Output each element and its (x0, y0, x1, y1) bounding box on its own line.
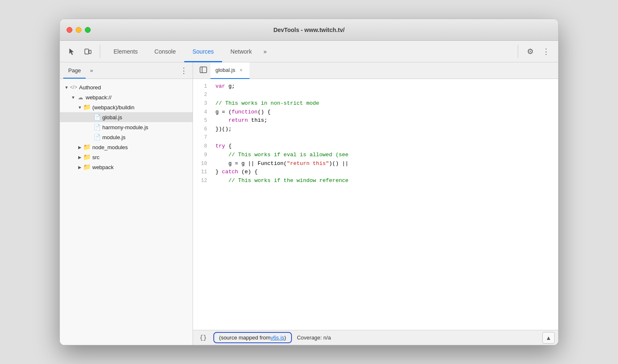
file-icon: 📄 (93, 113, 101, 121)
toolbar-separator (100, 45, 100, 58)
tree-item-global-js[interactable]: ▶ 📄 global.js (60, 112, 193, 122)
tree-arrow: ▶ (77, 164, 83, 170)
code-line-9: 9 // This works if eval is allowed (see (193, 151, 558, 160)
code-text: return this; (214, 116, 267, 125)
sidebar: Page » ⋮ ▼ </> Authored ▼ ☁ webpack:// (60, 62, 193, 345)
line-number: 3 (193, 100, 214, 108)
line-number: 11 (193, 168, 214, 176)
tree-arrow: ▼ (70, 94, 77, 101)
sidebar-tree: ▼ </> Authored ▼ ☁ webpack:// ▼ 📁 (webpa… (60, 79, 193, 345)
toolbar-separator-right (518, 45, 518, 58)
code-line-10: 10 g = g || Function("return this")() || (193, 160, 558, 168)
line-number: 12 (193, 177, 214, 185)
tree-arrow: ▶ (77, 144, 83, 150)
source-mapped-link[interactable]: v6s.js (270, 334, 284, 341)
line-number: 6 (193, 125, 214, 133)
main-content: Page » ⋮ ▼ </> Authored ▼ ☁ webpack:// (60, 62, 558, 345)
source-mapped-close: ) (284, 334, 286, 341)
sidebar-toggle-button[interactable] (196, 64, 210, 77)
code-text: g = g || Function("return this")() || (214, 160, 349, 168)
code-line-3: 3 // This works in non-strict mode (193, 99, 558, 108)
tree-label-module: module.js (102, 134, 126, 140)
line-number: 5 (193, 117, 214, 125)
code-editor[interactable]: 1 var g; 2 3 // This works in non-strict… (193, 79, 558, 330)
code-text: // This works if eval is allowed (see (214, 151, 349, 160)
editor-area: global.js × 1 var g; 2 3 / (193, 62, 558, 345)
maximize-button[interactable] (85, 27, 91, 33)
line-number: 4 (193, 108, 214, 116)
code-line-1: 1 var g; (193, 82, 558, 91)
code-line-6: 6 })(); (193, 125, 558, 134)
window-title: DevTools - www.twitch.tv/ (273, 27, 344, 33)
code-icon: </> (70, 84, 77, 91)
code-text: try { (214, 142, 232, 151)
tab-sources[interactable]: Sources (184, 41, 222, 62)
tab-network[interactable]: Network (222, 41, 260, 62)
svg-rect-0 (85, 49, 89, 54)
tab-elements[interactable]: Elements (105, 41, 146, 62)
tab-more-button[interactable]: » (260, 41, 270, 62)
line-number: 8 (193, 143, 214, 150)
sidebar-tab-page[interactable]: Page (63, 66, 86, 75)
tree-label-webpack: webpack:// (86, 94, 111, 101)
source-mapped-text: (source mapped from (219, 334, 271, 341)
line-number: 9 (193, 151, 214, 159)
code-text: g = (function() { (214, 108, 271, 117)
tree-item-webpack[interactable]: ▼ ☁ webpack:// (60, 92, 193, 102)
folder-icon-src: 📁 (83, 153, 91, 161)
tree-arrow: ▶ (77, 154, 83, 160)
cursor-icon (68, 48, 76, 55)
line-number: 10 (193, 160, 214, 168)
tree-item-harmony-module[interactable]: ▶ 📄 harmony-module.js (60, 122, 193, 132)
toolbar: Elements Console Sources Network » ⚙ ⋮ (60, 41, 558, 62)
pretty-print-button[interactable]: {} (196, 333, 210, 343)
cloud-icon: ☁ (77, 93, 84, 101)
sidebar-menu-icon[interactable]: ⋮ (178, 66, 189, 75)
traffic-lights (67, 27, 91, 33)
sidebar-tab-more[interactable]: » (87, 66, 95, 75)
minimize-button[interactable] (76, 27, 82, 33)
code-text: } catch (e) { (214, 168, 257, 177)
line-number: 7 (193, 134, 214, 142)
tree-item-src[interactable]: ▶ 📁 src (60, 152, 193, 162)
code-text: var g; (214, 82, 235, 91)
upload-button[interactable]: ▲ (542, 332, 555, 344)
editor-tab-label: global.js (215, 67, 235, 73)
tree-item-buildin[interactable]: ▼ 📁 (webpack)/buildin (60, 102, 193, 112)
code-line-7: 7 (193, 134, 558, 142)
file-icon-module: 📄 (93, 133, 101, 141)
tree-item-webpack-folder[interactable]: ▶ 📁 webpack (60, 162, 193, 172)
settings-button[interactable]: ⚙ (523, 44, 537, 59)
device-icon (84, 48, 91, 55)
tree-item-module-js[interactable]: ▶ 📄 module.js (60, 132, 193, 142)
folder-icon-webpack: 📁 (83, 163, 91, 171)
tree-arrow: ▼ (77, 104, 83, 111)
cursor-icon-button[interactable] (65, 44, 79, 59)
tree-label-node-modules: node_modules (92, 144, 128, 150)
gear-icon: ⚙ (527, 47, 534, 56)
tree-label-authored: Authored (79, 84, 101, 91)
folder-icon-node: 📁 (83, 143, 91, 151)
code-text: // This works if the window reference (214, 177, 349, 185)
editor-tab-global-js[interactable]: global.js × (210, 62, 250, 79)
more-options-button[interactable]: ⋮ (539, 44, 553, 59)
source-mapped-badge[interactable]: (source mapped from v6s.js) (213, 332, 292, 343)
status-right: ▲ (542, 332, 555, 344)
device-toolbar-button[interactable] (81, 44, 95, 59)
editor-tab-close-button[interactable]: × (238, 67, 245, 74)
close-button[interactable] (67, 27, 72, 33)
code-text: })(); (214, 125, 232, 134)
code-line-4: 4 g = (function() { (193, 108, 558, 117)
file-icon-harmony: 📄 (93, 123, 101, 131)
folder-icon: 📁 (83, 103, 91, 111)
tree-label-harmony: harmony-module.js (102, 124, 148, 130)
tree-label-buildin: (webpack)/buildin (92, 104, 134, 111)
tree-item-authored[interactable]: ▼ </> Authored (60, 82, 193, 92)
more-vertical-icon: ⋮ (542, 47, 550, 56)
devtools-window: DevTools - www.twitch.tv/ Elements Conso… (59, 19, 559, 345)
tab-console[interactable]: Console (146, 41, 184, 62)
code-line-5: 5 return this; (193, 116, 558, 125)
code-line-11: 11 } catch (e) { (193, 168, 558, 177)
tree-item-node-modules[interactable]: ▶ 📁 node_modules (60, 142, 193, 152)
sidebar-toolbar: Page » ⋮ (60, 62, 193, 79)
